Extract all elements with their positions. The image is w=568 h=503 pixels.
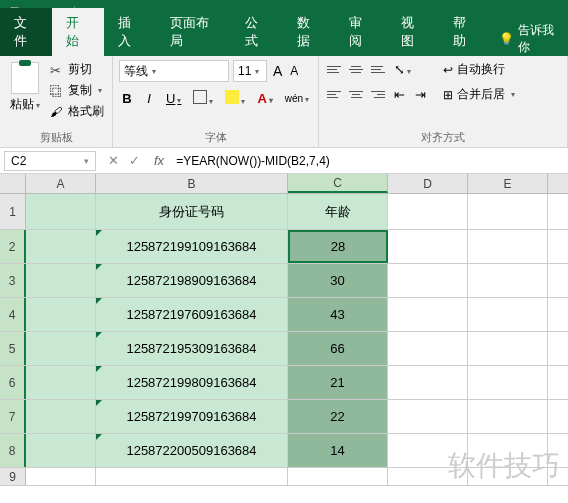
bold-button[interactable]: B xyxy=(119,89,135,108)
italic-button[interactable]: I xyxy=(141,89,157,108)
cell[interactable]: 125872198909163684 xyxy=(96,264,288,297)
cell-selected[interactable]: 14 xyxy=(288,434,388,467)
align-bottom-button[interactable] xyxy=(369,61,387,79)
tab-insert[interactable]: 插入 xyxy=(104,8,156,56)
cancel-formula-icon[interactable]: ✕ xyxy=(108,153,119,168)
align-right-button[interactable] xyxy=(369,86,387,104)
cell[interactable]: 125872199809163684 xyxy=(96,366,288,399)
fill-color-button[interactable] xyxy=(222,88,248,109)
cell[interactable]: 125872197609163684 xyxy=(96,298,288,331)
cell[interactable] xyxy=(468,194,548,229)
cell-selected[interactable]: 22 xyxy=(288,400,388,433)
format-painter-button[interactable]: 格式刷 xyxy=(48,102,106,121)
cell-selected[interactable]: 66 xyxy=(288,332,388,365)
cell[interactable] xyxy=(26,194,96,229)
indent-decrease-button[interactable]: ⇤ xyxy=(391,85,408,104)
row-header[interactable]: 6 xyxy=(0,366,26,399)
cell[interactable] xyxy=(26,230,96,263)
cell[interactable] xyxy=(26,468,96,485)
tab-review[interactable]: 审阅 xyxy=(335,8,387,56)
decrease-font-icon[interactable]: A xyxy=(288,64,300,78)
row-header[interactable]: 3 xyxy=(0,264,26,297)
cell[interactable] xyxy=(468,366,548,399)
tab-help[interactable]: 帮助 xyxy=(439,8,491,56)
wrap-text-button[interactable]: ↩自动换行 xyxy=(441,60,517,79)
row-header[interactable]: 2 xyxy=(0,230,26,263)
font-size-select[interactable]: 11 xyxy=(233,60,267,82)
cell-selected[interactable]: 43 xyxy=(288,298,388,331)
cell[interactable] xyxy=(26,264,96,297)
cell[interactable]: 125872195309163684 xyxy=(96,332,288,365)
enter-formula-icon[interactable]: ✓ xyxy=(129,153,140,168)
cell-selected[interactable]: 21 xyxy=(288,366,388,399)
fx-icon[interactable]: fx xyxy=(148,153,170,168)
formula-input[interactable]: =YEAR(NOW())-MID(B2,7,4) xyxy=(170,154,568,168)
cell[interactable]: 125872199709163684 xyxy=(96,400,288,433)
cell-selected[interactable]: 28 xyxy=(288,230,388,263)
cell[interactable]: 125872199109163684 xyxy=(96,230,288,263)
cell[interactable]: 125872200509163684 xyxy=(96,434,288,467)
cell[interactable] xyxy=(26,400,96,433)
cell[interactable] xyxy=(26,298,96,331)
cut-button[interactable]: 剪切 xyxy=(48,60,106,79)
cell[interactable]: 年龄 xyxy=(288,194,388,229)
cell[interactable] xyxy=(468,468,548,485)
cell[interactable] xyxy=(388,230,468,263)
row-header[interactable]: 8 xyxy=(0,434,26,467)
cell[interactable] xyxy=(468,332,548,365)
tab-formulas[interactable]: 公式 xyxy=(231,8,283,56)
underline-button[interactable]: U xyxy=(163,89,184,108)
align-top-button[interactable] xyxy=(325,61,343,79)
tab-view[interactable]: 视图 xyxy=(387,8,439,56)
cell[interactable] xyxy=(388,366,468,399)
col-header-A[interactable]: A xyxy=(26,174,96,193)
tab-home[interactable]: 开始 xyxy=(52,8,104,56)
cell[interactable] xyxy=(388,194,468,229)
align-center-button[interactable] xyxy=(347,86,365,104)
cell[interactable] xyxy=(26,366,96,399)
tab-file[interactable]: 文件 xyxy=(0,8,52,56)
paste-button[interactable]: 粘贴 xyxy=(6,60,44,128)
row-header[interactable]: 9 xyxy=(0,468,26,485)
tab-layout[interactable]: 页面布局 xyxy=(156,8,232,56)
border-button[interactable] xyxy=(190,88,216,109)
increase-font-icon[interactable]: A xyxy=(271,63,284,79)
cell[interactable] xyxy=(26,434,96,467)
col-header-C[interactable]: C xyxy=(288,174,388,193)
cell[interactable] xyxy=(468,400,548,433)
font-name-select[interactable]: 等线 xyxy=(119,60,229,82)
name-box[interactable]: C2▾ xyxy=(4,151,96,171)
align-left-button[interactable] xyxy=(325,86,343,104)
cell[interactable] xyxy=(388,264,468,297)
align-middle-button[interactable] xyxy=(347,61,365,79)
cell[interactable] xyxy=(468,298,548,331)
cell[interactable] xyxy=(468,434,548,467)
cell[interactable] xyxy=(388,434,468,467)
copy-button[interactable]: 复制 xyxy=(48,81,106,100)
row-header[interactable]: 5 xyxy=(0,332,26,365)
cell[interactable] xyxy=(388,332,468,365)
cell[interactable] xyxy=(468,230,548,263)
col-header-D[interactable]: D xyxy=(388,174,468,193)
col-header-B[interactable]: B xyxy=(96,174,288,193)
cell[interactable] xyxy=(26,332,96,365)
indent-increase-button[interactable]: ⇥ xyxy=(412,85,429,104)
cell[interactable] xyxy=(288,468,388,485)
cell[interactable]: 身份证号码 xyxy=(96,194,288,229)
row-header[interactable]: 7 xyxy=(0,400,26,433)
orientation-button[interactable]: ⤡ xyxy=(391,60,414,79)
cell[interactable] xyxy=(388,298,468,331)
col-header-E[interactable]: E xyxy=(468,174,548,193)
row-header[interactable]: 1 xyxy=(0,194,26,229)
font-color-button[interactable]: A xyxy=(254,89,275,108)
tab-data[interactable]: 数据 xyxy=(283,8,335,56)
cell[interactable] xyxy=(388,468,468,485)
select-all-corner[interactable] xyxy=(0,174,26,193)
merge-button[interactable]: ⊞合并后居 xyxy=(441,85,517,104)
cell[interactable] xyxy=(388,400,468,433)
phonetic-button[interactable]: wén xyxy=(282,91,312,106)
cell-selected[interactable]: 30 xyxy=(288,264,388,297)
tell-me[interactable]: 💡 告诉我你 xyxy=(491,22,568,56)
row-header[interactable]: 4 xyxy=(0,298,26,331)
cell[interactable] xyxy=(468,264,548,297)
